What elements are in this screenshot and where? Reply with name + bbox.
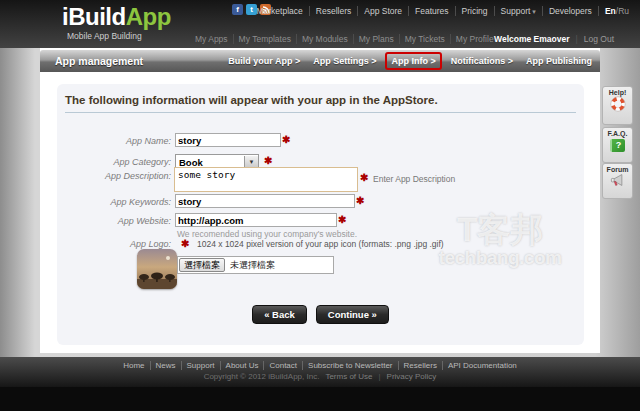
separator: | [379, 372, 381, 381]
app-keywords-label: App Keywords: [57, 197, 171, 207]
lang-en: En [605, 6, 616, 16]
app-logo-hint: 1024 x 1024 pixel version of your app ic… [197, 239, 444, 249]
page-footer: Home News Support About Us Contact Subsc… [0, 357, 640, 387]
footer-links: Home News Support About Us Contact Subsc… [0, 361, 640, 370]
app-name-label: App Name: [57, 136, 171, 146]
top-nav: Marketplace Resellers App Store Features… [250, 6, 635, 16]
app-logo-label: App Logo: [57, 239, 171, 249]
terms-of-use-link[interactable]: Terms of Use [325, 372, 372, 381]
facebook-icon[interactable]: f [232, 4, 243, 15]
no-file-chosen-text: 未選擇檔案 [226, 259, 275, 272]
sidebar-item-forum[interactable]: Forum [602, 163, 633, 199]
logo-tagline: Mobile App Building [67, 31, 142, 41]
top-header: iBuildApp Mobile App Building f t Market… [0, 0, 640, 48]
footer-support[interactable]: Support [181, 361, 220, 370]
app-logo-image [137, 249, 177, 289]
step-app-settings[interactable]: App Settings > [313, 56, 376, 66]
megaphone-icon [610, 173, 626, 187]
chevron-down-icon: ▾ [532, 8, 536, 15]
app-website-hint: We recomended using your company's websi… [177, 229, 357, 239]
bottom-black-strip [0, 387, 640, 411]
app-description-label: App Description: [57, 171, 171, 181]
nav-resellers[interactable]: Resellers [309, 6, 357, 16]
step-app-publishing[interactable]: App Publishing [526, 56, 592, 66]
savanna-thumbnail [137, 249, 177, 289]
user-nav: My Apps My Templates My Modules My Plans… [190, 34, 499, 44]
privacy-policy-link[interactable]: Privacy Policy [387, 372, 437, 381]
footer-subscribe[interactable]: Subscribe to Newsletter [302, 361, 397, 370]
form-buttons: « Back Continue » [57, 305, 584, 324]
forum-label: Forum [603, 166, 632, 173]
required-asterisk: ✱ [264, 156, 272, 166]
app-name-input[interactable] [175, 133, 281, 147]
required-asterisk: ✱ [338, 215, 346, 225]
footer-about-us[interactable]: About Us [220, 361, 264, 370]
step-app-info-active[interactable]: App Info > [385, 52, 441, 70]
welcome-text: Welcome Emaover [494, 34, 569, 44]
step-nav: Build your App > App Settings > App Info… [228, 50, 592, 72]
back-button[interactable]: « Back [252, 305, 307, 324]
app-website-label: App Website: [57, 216, 171, 226]
lang-ru: Ru [618, 6, 629, 16]
help-label: Help! [603, 89, 632, 96]
required-asterisk: ✱ [181, 239, 189, 249]
log-out-link[interactable]: Log Out [584, 34, 614, 44]
app-category-value: Book [176, 157, 244, 168]
logo-part1: iBuild [62, 3, 126, 30]
copyright-text: Copyright © 2012 iBuildApp, Inc. [204, 372, 320, 381]
file-upload-control[interactable]: 選擇檔案 未選擇檔案 [177, 256, 334, 274]
nav-my-tickets[interactable]: My Tickets [399, 34, 450, 44]
nav-support-label: Support [501, 6, 531, 16]
required-asterisk: ✱ [356, 196, 364, 206]
footer-contact[interactable]: Contact [263, 361, 302, 370]
app-description-textarea[interactable]: some story [174, 167, 358, 192]
footer-home[interactable]: Home [118, 361, 149, 370]
footer-api-docs[interactable]: API Documentation [442, 361, 522, 370]
app-description-hint: Enter App Description [373, 174, 455, 184]
page-title: App management [55, 55, 143, 67]
user-box: Welcome Emaover | Log Out [494, 34, 614, 44]
language-switcher[interactable]: En/Ru [598, 6, 635, 16]
faq-label: F.A.Q. [603, 130, 632, 137]
nav-features[interactable]: Features [408, 6, 455, 16]
app-info-form-card: The following information will appear wi… [57, 84, 584, 345]
ibuildapp-logo[interactable]: iBuildApp [62, 3, 171, 31]
app-category-label: App Category: [57, 157, 171, 167]
footer-news[interactable]: News [150, 361, 181, 370]
continue-button[interactable]: Continue » [316, 305, 389, 324]
lifebuoy-icon [610, 96, 626, 112]
nav-marketplace[interactable]: Marketplace [250, 6, 308, 16]
nav-support[interactable]: Support▾ [494, 6, 542, 16]
page-body: App management Build your App > App Sett… [40, 48, 600, 353]
app-keywords-input[interactable] [175, 194, 355, 208]
sidebar-item-help[interactable]: Help! [602, 86, 633, 125]
app-website-input[interactable] [175, 213, 337, 227]
nav-pricing[interactable]: Pricing [455, 6, 494, 16]
nav-my-templates[interactable]: My Templates [233, 34, 296, 44]
breadcrumb-bar: App management Build your App > App Sett… [40, 50, 600, 72]
footer-copyright-row: Copyright © 2012 iBuildApp, Inc. Terms o… [0, 372, 640, 381]
sidebar-item-faq[interactable]: F.A.Q. ? [602, 127, 633, 163]
choose-file-button[interactable]: 選擇檔案 [179, 258, 225, 272]
form-heading: The following information will appear wi… [65, 94, 576, 113]
required-asterisk: ✱ [282, 135, 290, 145]
separator: | [576, 34, 578, 44]
nav-app-store[interactable]: App Store [357, 6, 408, 16]
nav-my-plans[interactable]: My Plans [353, 34, 399, 44]
main-area: App management Build your App > App Sett… [0, 48, 640, 357]
step-notifications[interactable]: Notifications > [451, 56, 513, 66]
footer-resellers[interactable]: Resellers [398, 361, 442, 370]
nav-my-modules[interactable]: My Modules [296, 34, 353, 44]
step-build-your-app[interactable]: Build your App > [228, 56, 300, 66]
nav-my-apps[interactable]: My Apps [190, 34, 233, 44]
nav-developers[interactable]: Developers [542, 6, 598, 16]
faq-book-icon: ? [610, 139, 625, 152]
logo-part2: App [126, 3, 171, 30]
required-asterisk: ✱ [360, 173, 368, 183]
question-mark-glyph: ? [616, 140, 622, 150]
nav-my-profile[interactable]: My Profile [450, 34, 499, 44]
